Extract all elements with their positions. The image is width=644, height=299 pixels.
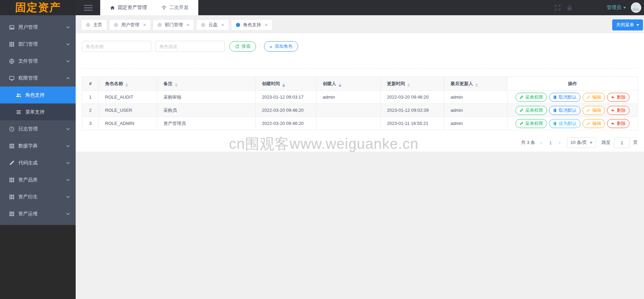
- sidebar-item-user-mgmt[interactable]: 用户管理: [0, 19, 76, 36]
- breadcrumb-dev-label: 二次开发: [169, 4, 189, 11]
- cancel-default-button[interactable]: 取消默认: [549, 106, 580, 115]
- tab-label: 部门管理: [165, 22, 183, 28]
- sidebar-item-asset-category[interactable]: 资产品类: [0, 171, 76, 188]
- next-page-button[interactable]: ›: [557, 140, 562, 146]
- tab-dot-icon: [114, 23, 118, 27]
- breadcrumb-dev[interactable]: 二次开发: [161, 4, 189, 11]
- edit-button[interactable]: 编辑: [583, 106, 605, 115]
- breadcrumb-home[interactable]: 固定资产管理: [110, 4, 147, 11]
- lock-icon[interactable]: [566, 4, 573, 11]
- cancel-default-button[interactable]: 取消默认: [549, 93, 580, 102]
- col-remark[interactable]: 备注: [157, 77, 256, 91]
- edit-button[interactable]: 编辑: [583, 119, 605, 128]
- jump-page-input[interactable]: [614, 137, 630, 148]
- cell-remark: 资产管理员: [157, 117, 256, 130]
- sort-icon[interactable]: [282, 83, 285, 87]
- add-role-button[interactable]: + 添加角色: [264, 41, 298, 52]
- sort-icon[interactable]: [475, 83, 478, 87]
- top-header: 固定资产 固定资产管理 二次开发 管理员: [0, 0, 644, 15]
- col-role-name[interactable]: 角色名称: [99, 77, 157, 91]
- sidebar-item-asset-derive[interactable]: 资产衍生: [0, 188, 76, 205]
- prev-page-button[interactable]: ‹: [539, 140, 544, 146]
- grid-icon: [9, 211, 15, 217]
- table-row: 2 ROLE_USER 采购员 2022-03-20 09:46:20 2023…: [82, 104, 638, 117]
- close-menu-label: 关闭菜单: [616, 22, 634, 28]
- wand-icon: [586, 121, 590, 126]
- col-index: #: [82, 77, 99, 91]
- col-updater[interactable]: 最后更新人: [444, 77, 508, 91]
- delete-button[interactable]: 删除: [607, 119, 629, 128]
- col-created[interactable]: 创建时间: [256, 77, 316, 91]
- sidebar-item-file-mgmt[interactable]: 文件管理: [0, 53, 76, 70]
- tab-cloud-disk[interactable]: 云盘 ×: [196, 19, 229, 30]
- cell-role-name: ROLE_AUDIT: [99, 91, 157, 104]
- close-icon[interactable]: ×: [143, 22, 146, 27]
- grid-icon: [9, 177, 15, 183]
- users-icon: [16, 92, 21, 98]
- col-updated[interactable]: 更新时间: [381, 77, 444, 91]
- sidebar-menu: 用户管理 部门管理 文件管理 权限管理 角色支持: [0, 15, 76, 225]
- cell-creator: admin: [316, 91, 381, 104]
- sidebar-item-code-gen[interactable]: 代码生成: [0, 154, 76, 171]
- page-number[interactable]: 1: [547, 140, 553, 145]
- topbar-right: 管理员: [554, 2, 644, 13]
- tab-home[interactable]: 主页: [81, 19, 107, 30]
- role-desc-input[interactable]: [155, 41, 225, 52]
- sort-icon[interactable]: [407, 83, 410, 87]
- chevron-up-icon: [66, 76, 70, 80]
- close-menu-button[interactable]: 关闭菜单: [612, 19, 643, 30]
- search-button[interactable]: 搜索: [229, 41, 256, 52]
- sidebar-item-label: 角色支持: [25, 92, 45, 98]
- role-name-input[interactable]: [82, 41, 151, 52]
- close-icon[interactable]: ×: [221, 22, 224, 27]
- set-default-button[interactable]: 设为默认: [549, 119, 580, 128]
- delete-button[interactable]: 删除: [607, 93, 629, 102]
- sidebar-item-perm-mgmt[interactable]: 权限管理: [0, 70, 76, 87]
- sidebar-item-role-support[interactable]: 角色支持: [0, 87, 76, 103]
- fullscreen-icon[interactable]: [554, 4, 561, 11]
- reply-arrow-icon: [611, 108, 615, 112]
- chevron-down-icon: [66, 59, 70, 63]
- dashed-divider: [82, 68, 638, 69]
- sidebar-item-asset-ops[interactable]: 资产运维: [0, 205, 76, 222]
- grid-icon: [9, 42, 15, 47]
- globe-icon: [9, 58, 15, 64]
- tab-user-mgmt[interactable]: 用户管理 ×: [109, 19, 151, 30]
- page-size-select[interactable]: 10 条/页: [567, 137, 596, 148]
- caret-down-icon: [590, 142, 593, 144]
- close-icon[interactable]: ×: [265, 22, 268, 27]
- cell-role-name: ROLE_USER: [99, 104, 157, 117]
- caret-down-icon: [636, 24, 639, 26]
- menu-permission-button[interactable]: 菜单权限: [515, 106, 547, 115]
- col-creator[interactable]: 创建人: [316, 77, 381, 91]
- avatar[interactable]: [631, 2, 641, 13]
- tab-role-support[interactable]: 角色支持 ×: [231, 19, 273, 30]
- refresh-icon: [235, 44, 239, 49]
- table-header-row: # 角色名称 备注 创建时间 创建人 更新时间 最后更新人 操作: [82, 77, 638, 91]
- edit-button[interactable]: 编辑: [583, 93, 605, 102]
- sidebar-item-log-mgmt[interactable]: 日志管理: [0, 120, 76, 137]
- sort-icon[interactable]: [175, 83, 178, 87]
- cell-index: 3: [82, 117, 99, 130]
- hamburger-menu-icon[interactable]: [84, 3, 93, 12]
- menu-permission-button[interactable]: 菜单权限: [515, 119, 547, 128]
- sidebar-item-dept-mgmt[interactable]: 部门管理: [0, 36, 76, 53]
- tab-label: 用户管理: [121, 22, 139, 28]
- chevron-down-icon: [66, 178, 70, 182]
- user-menu[interactable]: 管理员: [607, 4, 621, 11]
- tab-dept-mgmt[interactable]: 部门管理 ×: [153, 19, 194, 30]
- menu-permission-button[interactable]: 菜单权限: [515, 93, 547, 102]
- sidebar-item-label: 代码生成: [18, 160, 38, 166]
- tab-dot-icon: [86, 23, 90, 27]
- cell-role-name: ROLE_ADMIN: [99, 117, 157, 130]
- sort-icon[interactable]: [125, 83, 128, 87]
- book-icon: [553, 121, 557, 126]
- sidebar-item-menu-support[interactable]: 菜单支持: [0, 103, 76, 120]
- close-icon[interactable]: ×: [187, 22, 189, 27]
- grid-icon: [9, 194, 15, 200]
- delete-button[interactable]: 删除: [607, 106, 629, 115]
- tab-dot-icon: [236, 23, 240, 27]
- sidebar-item-data-dict[interactable]: 数据字典: [0, 137, 76, 154]
- sort-icon[interactable]: [339, 83, 341, 87]
- sidebar-item-label: 数据字典: [18, 143, 38, 149]
